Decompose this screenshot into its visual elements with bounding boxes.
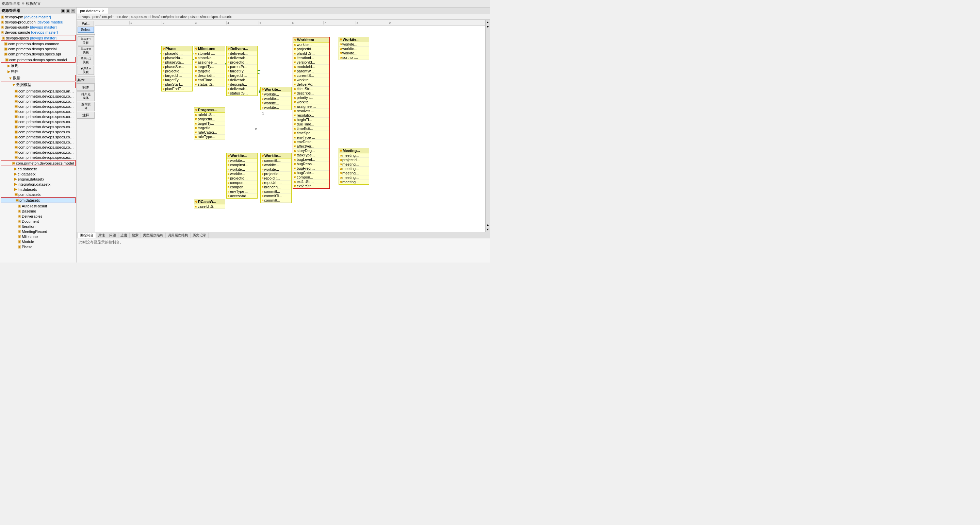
entity-dot-phase (163, 48, 165, 50)
sidebar-item-24[interactable]: ▣ com.primeton.devops.specs.constant.vcm (0, 144, 76, 150)
sidebar-item-42[interactable]: ▣ Module (0, 239, 76, 244)
sidebar-item-38[interactable]: ▣ Document (0, 219, 76, 224)
field-dot-workitem-bottom-mid-0 (262, 160, 263, 162)
entity-phase[interactable]: Phase phaseId ... phaseNa... phaseSta...… (161, 46, 192, 92)
sidebar-item-0[interactable]: ▣ devops-pm[devops master] (0, 14, 76, 19)
sidebar-item-36[interactable]: ▣ Baseline (0, 208, 76, 214)
field-label-workitem-main-8: workite... (297, 78, 312, 82)
bottom-tab-props[interactable]: 属性 (96, 233, 107, 238)
palette-entity[interactable]: 实体 (77, 84, 95, 91)
sidebar-item-20[interactable]: ▣ com.primeton.devops.specs.constant.pro… (0, 124, 76, 129)
sidebar-item-2[interactable]: ▣ devops-quality[devops master] (0, 24, 76, 30)
field-label-workitem-main-18: dueTime... (297, 122, 314, 126)
sidebar-item-16[interactable]: ▣ com.primeton.devops.specs.constant.eng… (0, 104, 76, 109)
sidebar-item-43[interactable]: ▣ Phase (0, 244, 76, 249)
palette-pal[interactable]: Pal... (78, 21, 94, 27)
sidebar-item-7[interactable]: ▣ com.primeton.devops.specs.api (0, 51, 76, 56)
bottom-tab-search[interactable]: 搜索 (130, 233, 141, 238)
entity-rcasew[interactable]: RCaseW... caseId :S... (194, 199, 225, 209)
sidebar-item-3[interactable]: ▣ devops-sample[devops master] (0, 30, 76, 35)
bottom-tab-console[interactable]: ▣控制台 (78, 233, 96, 238)
sidebar-item-39[interactable]: ▣ Iteration (0, 224, 76, 229)
entity-meeting[interactable]: Meeting... meeting... projectId... meeti… (339, 148, 369, 185)
sidebar-item-27[interactable]: ▣ com.primeton.devops.specs.model (1, 160, 76, 166)
sidebar-item-18[interactable]: ▣ com.primeton.devops.specs.constant.pcm (0, 114, 76, 119)
field-dot-deliverable-6 (228, 79, 229, 81)
bottom-tab-call-hier[interactable]: 调用层次结构 (166, 233, 191, 238)
sidebar-item-8[interactable]: ▣ com.primeton.devops.specs.model (1, 57, 76, 63)
palette-rel-1ton[interactable]: 单向1:n关联 (78, 46, 94, 56)
entity-workitem-bottom-left[interactable]: Workite... workite... complnst... workit… (226, 153, 258, 198)
palette-rel-1to1[interactable]: 单向1:1关联 (78, 36, 94, 46)
entity-workitem-bottom-mid[interactable]: Workite... commitL... workite... workite… (260, 153, 292, 203)
sidebar-item-11[interactable]: ▼ 数据 (1, 75, 76, 81)
scroll-btn-4[interactable]: ▼ (485, 227, 490, 232)
palette-rel-nto1[interactable]: 单向n:1关联 (78, 56, 94, 65)
sidebar-item-40[interactable]: ▣ MeetingRecord (0, 229, 76, 234)
palette-query[interactable]: 查询实体 (77, 102, 95, 111)
entity-row-workitem-right1-0: workite... (339, 42, 369, 47)
entity-workitem-right1[interactable]: Workite... workite... workite... workite… (339, 37, 369, 60)
sidebar-item-6[interactable]: ▣ com.primeton.devops.special (0, 46, 76, 51)
sidebar-item-5[interactable]: ▣ com.primeton.devops.common (0, 41, 76, 46)
sidebar-item-26[interactable]: ▣ com.primeton.devops.specs.exception (0, 155, 76, 160)
sidebar-icon-3[interactable]: ✕ (71, 9, 75, 13)
item-label-28: cd.datasetx (18, 167, 37, 171)
sidebar-item-28[interactable]: ▶ cd.datasetx (0, 166, 76, 171)
sidebar-item-31[interactable]: ▶ integration.datasetx (0, 182, 76, 187)
item-label-32: lm.datasetx (18, 187, 37, 192)
field-dot-workitem-main-8 (294, 79, 296, 81)
sidebar-item-17[interactable]: ▣ com.primeton.devops.specs.constant.lm (0, 109, 76, 114)
sidebar-item-13[interactable]: ▣ com.primeton.devops.specs.annotation (0, 89, 76, 94)
bottom-tab-progress[interactable]: 进度 (118, 233, 130, 238)
item-icon-12: ▼ (12, 83, 16, 87)
field-dot-workitem-main-13 (294, 102, 296, 103)
scroll-btn-2[interactable]: ▼ (485, 24, 490, 29)
field-label-workitem-bottom-left-2: workite... (230, 167, 245, 171)
bottom-tab-issues[interactable]: 问题 (107, 233, 118, 238)
entity-deliverable[interactable]: Delivera... deliverab... deliverab... pr… (226, 46, 258, 96)
sidebar-icon-2[interactable]: ▤ (66, 9, 70, 13)
entity-row-workitem-main-24: storyDeg... (293, 149, 329, 153)
sidebar-item-15[interactable]: ▣ com.primeton.devops.specs.constant.ci (0, 98, 76, 104)
entity-row-workitem-main-16: resolutio... (293, 113, 329, 117)
palette-persistent[interactable]: 持久化实体 (77, 92, 95, 101)
sidebar-item-41[interactable]: ▣ Milestone (0, 234, 76, 239)
palette-comment[interactable]: 注释 (77, 112, 95, 119)
item-label-3: devops-sample[devops master] (5, 30, 58, 34)
sidebar-item-33[interactable]: ▣ pcm.datasetx (0, 192, 76, 197)
palette-rel-bidi[interactable]: 双向1:n关联 (78, 66, 94, 75)
sidebar-item-14[interactable]: ▣ com.primeton.devops.specs.constant.cd (0, 94, 76, 98)
sidebar-item-32[interactable]: ▶ lm.datasetx (0, 187, 76, 192)
palette-select[interactable]: Select (78, 27, 94, 33)
tab-pm-datasetx[interactable]: pm.datasetx ✕ (76, 8, 108, 14)
entity-workitem-mid[interactable]: Workite... workite... workite... workite… (260, 87, 292, 110)
bottom-tab-history[interactable]: 历史记录 (191, 233, 208, 238)
sidebar-item-12[interactable]: ▼ 数据模型 (1, 82, 76, 88)
sidebar-item-30[interactable]: ▶ engine.datasetx (0, 176, 76, 182)
entity-milestone[interactable]: Milestone stoneId :... stoneNa... assign… (194, 46, 225, 87)
sidebar-item-34[interactable]: ▣ pm.datasetx (1, 197, 76, 203)
sidebar-item-21[interactable]: ▣ com.primeton.devops.specs.constant.qua… (0, 129, 76, 134)
scroll-btn-3[interactable]: ▲ (485, 222, 490, 227)
bottom-tab-type-hier[interactable]: 类型层次结构 (141, 233, 166, 238)
sidebar-item-4[interactable]: ▣ devops-specs[devops master] (1, 35, 76, 41)
sidebar-icon-1[interactable]: ▣ (61, 9, 65, 13)
sidebar-item-19[interactable]: ▣ com.primeton.devops.specs.constant.pm (0, 119, 76, 124)
sidebar-item-1[interactable]: ▣ devops-production[devops master] (0, 19, 76, 24)
entity-progress[interactable]: Progress... ruleId :S... projectId... ta… (194, 107, 225, 140)
entity-workitem-main[interactable]: WorkItem workite... projectId... planId … (293, 37, 330, 189)
sidebar-item-10[interactable]: ▶ 构件 (0, 69, 76, 75)
scroll-btn-1[interactable]: ▲ (485, 20, 490, 24)
sidebar-item-37[interactable]: ▣ Deliverables (0, 214, 76, 219)
sidebar-item-9[interactable]: ▶ 展现 (0, 63, 76, 69)
sidebar-item-35[interactable]: ▣ AutoTestResult (0, 203, 76, 208)
sidebar-item-23[interactable]: ▣ com.primeton.devops.specs.constant.uc (0, 140, 76, 144)
sidebar-item-22[interactable]: ▣ com.primeton.devops.specs.constant.ten… (0, 134, 76, 140)
diagram-canvas[interactable]: 1 2 3 4 5 6 7 8 9 (95, 20, 485, 232)
tab-close[interactable]: ✕ (102, 9, 105, 13)
field-dot-workitem-right1-1 (340, 48, 342, 50)
sidebar-item-29[interactable]: ▶ ci.datasetx (0, 171, 76, 176)
sidebar-item-25[interactable]: ▣ com.primeton.devops.specs.constant.vcs (0, 150, 76, 155)
field-label-workitem-main-26: bugLevel... (297, 157, 315, 162)
